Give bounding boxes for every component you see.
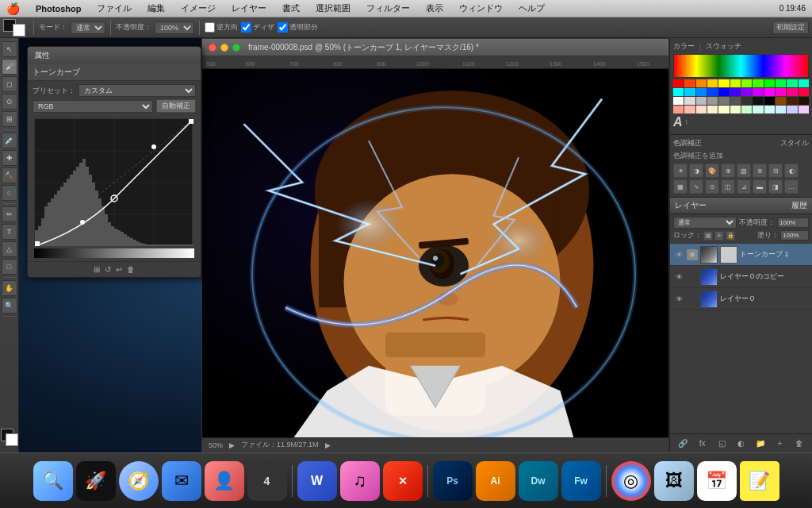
settings-button[interactable]: 初期設定 xyxy=(772,21,809,34)
menu-edit[interactable]: 編集 xyxy=(144,1,168,16)
document-canvas[interactable] xyxy=(202,69,668,437)
swatch-11[interactable] xyxy=(799,79,809,87)
lock-move-icon[interactable]: ✛ xyxy=(714,231,724,241)
adj-hue[interactable]: 🎨 xyxy=(705,164,719,178)
dock-chrome[interactable]: ◎ xyxy=(611,461,651,501)
dock-contacts[interactable]: 👤 xyxy=(205,461,244,501)
preset-select[interactable]: カスタム xyxy=(79,84,196,97)
swatch-13[interactable] xyxy=(684,88,695,96)
layer-opacity-input[interactable] xyxy=(777,217,809,228)
swatch-36[interactable] xyxy=(673,106,684,114)
swatch-6[interactable] xyxy=(741,79,752,87)
swatch-7[interactable] xyxy=(753,79,763,87)
swatch-18[interactable] xyxy=(741,88,752,96)
adj-brightness[interactable]: ☀ xyxy=(673,164,688,178)
swatch-14[interactable] xyxy=(696,88,707,96)
menu-help[interactable]: ヘルプ xyxy=(515,1,548,16)
swatches-tab[interactable]: スウォッチ xyxy=(706,41,741,52)
adj-curves[interactable]: ∿ xyxy=(689,179,703,194)
swatch-41[interactable] xyxy=(730,106,741,114)
swatch-15[interactable] xyxy=(707,88,718,96)
dock-photoshop[interactable]: Ps xyxy=(433,461,473,501)
swatch-2[interactable] xyxy=(696,79,707,87)
layer-mask-btn[interactable]: ◱ xyxy=(714,437,729,451)
dock-word[interactable]: W xyxy=(297,461,337,501)
crop-tool[interactable]: ⊞ xyxy=(2,111,17,127)
layer-2-visibility[interactable]: 👁 xyxy=(673,294,684,305)
adj-more[interactable]: … xyxy=(784,179,799,194)
swatch-9[interactable] xyxy=(776,79,786,87)
menu-layer[interactable]: レイヤー xyxy=(228,1,270,16)
lock-all-icon[interactable]: 🔒 xyxy=(726,231,735,241)
swatch-0[interactable] xyxy=(673,79,684,87)
stamp-tool[interactable]: 🔨 xyxy=(2,167,17,183)
channel-select[interactable]: RGB xyxy=(33,100,153,113)
pen-tool[interactable]: ✏ xyxy=(2,206,17,222)
zoom-tool[interactable]: 🔍 xyxy=(2,298,17,314)
move-tool[interactable]: ↖ xyxy=(2,41,17,57)
reverse-checkbox[interactable] xyxy=(205,22,215,33)
color-spectrum[interactable] xyxy=(673,54,809,78)
adj-levels[interactable]: ▦ xyxy=(673,179,688,194)
tc-btn-3[interactable]: ↩ xyxy=(116,265,122,274)
swatch-23[interactable] xyxy=(799,88,809,96)
lock-pixels-icon[interactable]: ▦ xyxy=(703,231,713,241)
tc-btn-1[interactable]: ⊞ xyxy=(94,265,100,274)
transparency-checkbox[interactable] xyxy=(278,22,288,33)
swatch-34[interactable] xyxy=(787,97,797,105)
swatch-20[interactable] xyxy=(764,88,775,96)
dock-dreamweaver[interactable]: Dw xyxy=(519,461,558,501)
tone-curve-panel[interactable]: 属性 トーンカーブ プリセット： カスタム RGB 自動補正 xyxy=(27,46,201,278)
layer-new-btn[interactable]: + xyxy=(772,437,787,451)
close-button[interactable] xyxy=(209,44,216,52)
app-name-menu[interactable]: Photoshop xyxy=(33,2,84,15)
dock-itunes[interactable]: ♫ xyxy=(340,461,380,501)
swatch-42[interactable] xyxy=(741,106,752,114)
swatch-25[interactable] xyxy=(684,97,695,105)
swatch-44[interactable] xyxy=(764,106,775,114)
swatch-8[interactable] xyxy=(764,79,775,87)
swatch-47[interactable] xyxy=(799,106,809,114)
layer-0-visibility[interactable]: 👁 xyxy=(673,249,684,260)
tone-curve-canvas[interactable] xyxy=(34,118,193,245)
adj-invert[interactable]: ◐ xyxy=(784,164,799,178)
swatch-28[interactable] xyxy=(718,97,729,105)
swatch-31[interactable] xyxy=(753,97,763,105)
swatch-35[interactable] xyxy=(799,97,809,105)
layer-item-1[interactable]: 👁 レイヤー０のコピー xyxy=(670,266,812,288)
dither-checkbox[interactable] xyxy=(241,22,251,33)
text-tool[interactable]: T xyxy=(2,224,17,240)
dock-finder[interactable]: 🔍 xyxy=(33,461,73,501)
swatch-24[interactable] xyxy=(673,97,684,105)
color-tab[interactable]: カラー xyxy=(673,41,695,52)
tc-btn-2[interactable]: ↺ xyxy=(105,265,111,274)
adj-vibrance[interactable]: ◑ xyxy=(689,164,703,178)
layer-blend-mode[interactable]: 通常 xyxy=(673,217,737,229)
swatch-16[interactable] xyxy=(718,88,729,96)
layer-item-0[interactable]: 👁 ⊙ トーンカーブ 1 xyxy=(670,244,812,266)
swatch-29[interactable] xyxy=(730,97,741,105)
background-color[interactable] xyxy=(13,24,25,37)
hand-tool[interactable]: ✋ xyxy=(2,280,17,296)
swatch-30[interactable] xyxy=(741,97,752,105)
dock-calendar[interactable]: 📅 xyxy=(697,461,737,501)
swatch-21[interactable] xyxy=(776,88,786,96)
transparency-check[interactable]: 透明部分 xyxy=(278,22,318,33)
history-tab[interactable]: 履歴 xyxy=(791,200,807,211)
swatch-5[interactable] xyxy=(730,79,741,87)
swatch-46[interactable] xyxy=(787,106,797,114)
swatch-12[interactable] xyxy=(673,88,684,96)
adj-selective-color[interactable]: ◨ xyxy=(768,179,783,194)
minimize-button[interactable] xyxy=(220,44,228,52)
lasso-tool[interactable]: ⊙ xyxy=(2,94,17,110)
swatch-22[interactable] xyxy=(787,88,797,96)
eraser-tool[interactable]: ◻ xyxy=(2,76,17,92)
swatch-4[interactable] xyxy=(718,79,729,87)
adj-gradient-map[interactable]: ▬ xyxy=(753,179,767,194)
menu-select[interactable]: 選択範囲 xyxy=(312,1,354,16)
path-tool[interactable]: △ xyxy=(2,241,17,257)
swatch-33[interactable] xyxy=(776,97,786,105)
swatch-38[interactable] xyxy=(696,106,707,114)
layer-fx-btn[interactable]: fx xyxy=(695,437,710,451)
dodge-tool[interactable]: ○ xyxy=(2,185,17,201)
